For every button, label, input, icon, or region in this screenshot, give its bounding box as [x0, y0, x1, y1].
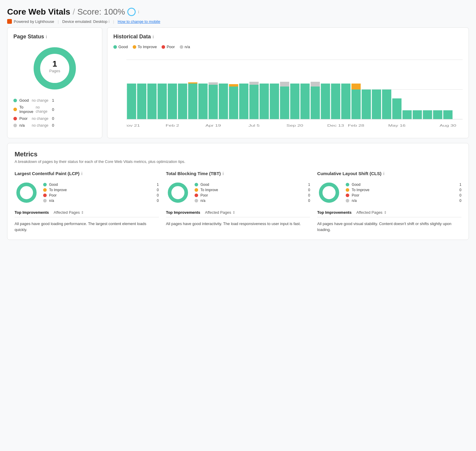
svg-point-61: [173, 187, 183, 198]
meta-divider: |: [58, 19, 59, 24]
page-status-info-icon[interactable]: i: [46, 34, 47, 39]
page-status-card: Page Status i 1 Pages Good no change 1 T…: [7, 27, 102, 138]
metric-title-2: Cumulative Layout Shift (CLS) i: [317, 171, 461, 176]
powered-by-label: Powered by Lighthouse: [14, 19, 54, 24]
metric-item-2: Cumulative Layout Shift (CLS) i Good 1 T…: [317, 171, 461, 232]
svg-rect-47: [443, 110, 452, 119]
metrics-grid: Largest Contentful Paint (LCP) i Good 1 …: [15, 171, 461, 232]
svg-rect-23: [239, 84, 248, 119]
metric-legend-row-0-3: n/a 0: [43, 199, 159, 203]
metric-dot-2-0: [346, 183, 349, 186]
na-dot: [13, 124, 17, 127]
chart-improve-dot: [133, 45, 136, 49]
historical-info-icon[interactable]: i: [153, 34, 154, 39]
svg-rect-44: [413, 110, 422, 119]
device-info: Device emulated: Desktop i: [62, 19, 109, 24]
svg-text:Aug 30: Aug 30: [439, 124, 456, 127]
page-status-donut: 1 Pages: [31, 45, 79, 92]
metric-legend-1: Good 1 To Improve 0 Poor 0 n/a 0: [195, 183, 310, 204]
metric-item-0: Largest Contentful Paint (LCP) i Good 1 …: [15, 171, 159, 232]
svg-rect-18: [209, 85, 218, 119]
metric-tab-1-1[interactable]: Affected Pages ⇕: [205, 210, 235, 215]
metric-donut-1: [166, 181, 190, 205]
top-section: Page Status i 1 Pages Good no change 1 T…: [7, 27, 469, 138]
metric-overview-0: Good 1 To Improve 0 Poor 0 n/a 0: [15, 181, 159, 205]
svg-rect-28: [280, 87, 289, 119]
device-info-icon[interactable]: i: [109, 19, 109, 24]
metric-title-1: Total Blocking Time (TBT) i: [166, 171, 310, 176]
legend-item-improve: To Improve no change 0: [13, 105, 54, 114]
svg-rect-17: [198, 84, 208, 119]
metric-tabs-0: Top Improvements Affected Pages ⇕: [15, 210, 159, 217]
metric-dot-1-2: [195, 194, 198, 197]
metric-dot-0-2: [43, 194, 47, 197]
svg-text:Nov 21: Nov 21: [126, 124, 140, 127]
svg-text:Jul 5: Jul 5: [248, 124, 260, 127]
score-info-icon[interactable]: i: [138, 10, 139, 14]
metric-legend-row-2-2: Poor 0: [346, 193, 461, 197]
svg-text:Apr 19: Apr 19: [205, 124, 221, 127]
sort-icon: ⇕: [384, 210, 387, 215]
chart-good-dot: [113, 45, 117, 49]
metric-legend-row-1-1: To Improve 0: [195, 188, 310, 192]
metric-description-2: All pages have good visual stability. Co…: [317, 221, 461, 232]
metric-tab-2-0[interactable]: Top Improvements: [317, 210, 351, 215]
meta-row: Powered by Lighthouse | Device emulated:…: [7, 19, 469, 24]
score-circle: [127, 8, 136, 16]
metric-donut-2: [317, 181, 341, 205]
metric-info-icon-1[interactable]: i: [223, 171, 224, 176]
metric-tab-2-1[interactable]: Affected Pages ⇕: [356, 210, 387, 215]
metric-info-icon-0[interactable]: i: [81, 171, 82, 176]
change-to-mobile-link[interactable]: How to change to mobile: [118, 19, 160, 24]
lighthouse-icon: [7, 19, 12, 24]
metric-legend-row-0-0: Good 1: [43, 183, 159, 187]
svg-rect-14: [178, 84, 187, 119]
title-divider: /: [73, 7, 75, 17]
good-dot: [13, 99, 17, 102]
metric-tab-1-0[interactable]: Top Improvements: [166, 210, 200, 215]
svg-rect-40: [372, 89, 381, 119]
chart-wrapper: 10 5 0 Pages Nov 21Feb 2Apr 19Jul 5Sep 2…: [113, 54, 463, 132]
svg-rect-16: [188, 82, 197, 84]
svg-rect-10: [137, 84, 146, 119]
historical-title: Historical Data i: [113, 34, 463, 40]
svg-rect-32: [311, 87, 320, 119]
metrics-title: Metrics: [15, 150, 461, 158]
svg-text:May 16: May 16: [388, 124, 405, 127]
metric-overview-2: Good 1 To Improve 0 Poor 0 n/a 0: [317, 181, 461, 205]
metric-dot-0-3: [43, 199, 47, 202]
metric-tabs-2: Top Improvements Affected Pages ⇕: [317, 210, 461, 217]
legend-item-poor: Poor no change 0: [13, 116, 54, 121]
svg-rect-21: [229, 87, 238, 119]
svg-text:Dec 13: Dec 13: [327, 124, 344, 127]
metric-dot-0-1: [43, 188, 47, 192]
metrics-card: Metrics A breakdown of pages by their st…: [7, 143, 469, 240]
chart-poor-dot: [162, 45, 165, 49]
svg-rect-34: [321, 84, 330, 119]
svg-rect-29: [280, 82, 289, 87]
chart-legend-improve: To Improve: [133, 45, 157, 49]
metric-dot-2-1: [346, 188, 349, 192]
metric-overview-1: Good 1 To Improve 0 Poor 0 n/a 0: [166, 181, 310, 205]
legend-item-na: n/a no change 0: [13, 123, 54, 128]
poor-dot: [13, 117, 17, 120]
svg-point-59: [21, 187, 32, 198]
metric-legend-row-2-0: Good 1: [346, 183, 461, 187]
svg-rect-26: [260, 84, 269, 119]
metric-tab-0-0[interactable]: Top Improvements: [15, 210, 49, 215]
svg-text:Sep 20: Sep 20: [286, 124, 303, 127]
svg-rect-15: [188, 84, 197, 119]
title-row: Core Web Vitals / Score: 100% i: [7, 7, 469, 17]
svg-text:Feb 28: Feb 28: [348, 124, 364, 127]
svg-text:Feb 2: Feb 2: [166, 124, 179, 127]
svg-rect-11: [147, 84, 156, 119]
status-legend: Good no change 1 To Improve no change 0 …: [13, 98, 96, 128]
svg-rect-38: [351, 84, 361, 89]
svg-rect-25: [249, 82, 259, 85]
chart-legend-na: n/a: [180, 45, 190, 49]
svg-point-63: [324, 187, 334, 198]
metric-info-icon-2[interactable]: i: [383, 171, 384, 176]
metrics-subtitle: A breakdown of pages by their status for…: [15, 159, 461, 164]
metric-tab-0-1[interactable]: Affected Pages ⇕: [54, 210, 84, 215]
metric-dot-1-0: [195, 183, 198, 186]
